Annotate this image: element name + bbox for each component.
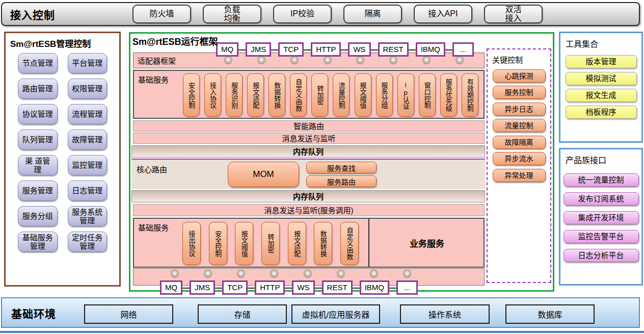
node-channel-mgmt: 渠 道管理 <box>18 155 58 175</box>
node-load-balance: 负载 均衡 <box>203 5 261 23</box>
access-control-bar: 接入控制 防火墙 负载 均衡 IP校验 隔离 接入API 双活 接入 <box>1 2 640 26</box>
node-flow-control: 流量控制 <box>333 73 350 117</box>
node-ip-check: IP校验 <box>273 5 332 23</box>
tools-panel-title: 工具集合 <box>560 33 641 52</box>
protocol-ibmq: IBMQ <box>416 42 445 57</box>
connector-dots-bottom: → → → → → → → <box>171 269 411 277</box>
base-environment-bar: 基础环境 网络 存储 虚拟机/应用服务器 操作系统 数据库 <box>1 297 640 328</box>
node-timer-task-mgmt: 定时任务管理 <box>68 232 108 252</box>
protocol-mq: MQ <box>160 280 182 295</box>
message-send-listen-bar: 消息发送与监听 <box>133 133 485 144</box>
node-queue-mgmt: 队列管理 <box>18 130 58 150</box>
core-routing-block: 核心路由 MOM 服务查找 服务路由 <box>131 159 485 189</box>
node-platform-mgmt: 平台管理 <box>68 53 108 73</box>
node-service-system-mgmt: 服务系统管理 <box>68 206 108 226</box>
node-message-adapt: 报文适配 <box>288 222 306 265</box>
node-network: 网络 <box>84 304 173 324</box>
node-custom-function: 自定义函数 <box>340 222 359 265</box>
protocol-http: HTTP <box>311 42 341 57</box>
node-service-control: 服务控制 <box>493 86 546 99</box>
connector-dot <box>237 269 245 277</box>
connector-dot <box>356 56 364 64</box>
key-controls-title: 关键控制 <box>488 49 550 66</box>
node-async-journal: 异步流水 <box>493 152 546 165</box>
flow-arrow-icon: → <box>407 56 414 63</box>
product-family-panel: 产品族接口 统一流量控制 发布订阅系统 集成开发环境 监控告警平台 日志分析平台 <box>559 148 643 286</box>
node-data-transform: 数据转换 <box>269 73 285 117</box>
node-window-control: 窗口控制 <box>419 73 436 117</box>
tools-panel: 工具集合 版本管理 模拟测试 报文生成 档板程序 <box>559 32 643 143</box>
protocol-rest: REST <box>378 42 409 57</box>
node-unified-flow-control: 统一流量控制 <box>564 173 639 187</box>
node-fault-isolation: 故障隔离 <box>493 136 546 149</box>
memory-queue-bar-2: 内存队列 <box>131 190 485 202</box>
node-permission-mgmt: 权限管理 <box>68 79 108 99</box>
node-mom: MOM <box>228 162 299 187</box>
management-panel-title: Sm@rtESB管理控制 <box>6 33 119 51</box>
connector-dot <box>370 269 378 277</box>
node-route-mgmt: 路由管理 <box>18 79 58 99</box>
node-service-lookup: 服务查找 <box>306 162 377 173</box>
access-control-items: 防火墙 负载 均衡 IP校验 隔离 接入API 双活 接入 <box>132 3 543 25</box>
core-routing-label: 核心路由 <box>137 164 167 174</box>
protocol-http: HTTP <box>255 280 285 295</box>
connector-dot <box>389 56 397 64</box>
node-validity-control: 有效期控制 <box>462 73 478 117</box>
product-family-title: 产品族接口 <box>560 149 641 168</box>
protocol-row-top: MQ JMS TCP HTTP WS REST IBMQ ... <box>216 42 474 57</box>
node-vm-app-server: 虚拟机/应用服务器 <box>291 304 380 324</box>
node-message-generate: 报文生成 <box>566 89 637 102</box>
flow-arrow-icon: → <box>307 56 314 63</box>
basic-services-label: 基础服务 <box>138 222 169 233</box>
connector-dots-top: → → → → → → → <box>224 56 464 64</box>
connector-dot <box>224 56 232 64</box>
connector-dot <box>171 269 179 277</box>
protocol-ibmq: IBMQ <box>360 280 389 295</box>
node-out-protocol: 接出协议 <box>182 222 201 265</box>
flow-arrow-icon: → <box>287 270 294 277</box>
node-operating-system: 操作系统 <box>400 304 490 324</box>
node-encrypt: 转加密 <box>311 73 328 117</box>
flow-arrow-icon: → <box>221 270 228 277</box>
management-items-grid: 节点管理 平台管理 路由管理 权限管理 协议管理 流程管理 队列管理 故障管理 … <box>6 51 119 252</box>
node-message-threshold: 报文阈值 <box>235 222 253 265</box>
node-mock-test: 模拟测试 <box>566 72 637 85</box>
connector-dot <box>290 56 299 64</box>
protocol-more: ... <box>452 42 474 57</box>
protocol-tcp: TCP <box>222 280 248 295</box>
node-database: 数据库 <box>505 304 595 324</box>
basic-services-outbound-items: 接出协议 安全控制 报文阈值 转加密 报文适配 数据转换 自定义函数 <box>182 222 359 265</box>
node-access-api: 接入API <box>414 5 472 23</box>
node-basic-service-mgmt: 基础服务管理 <box>18 232 58 252</box>
key-controls-panel: 关键控制 心跳探测 服务控制 异步日志 流量控制 故障隔离 异步流水 异常处理 <box>487 48 551 283</box>
node-process-mgmt: 流程管理 <box>68 104 108 124</box>
node-service-priority: 服务优先级 <box>440 73 457 117</box>
flow-arrow-icon: → <box>274 56 281 63</box>
basic-services-outbound-block: 基础服务 接出协议 安全控制 报文阈值 转加密 报文适配 数据转换 自定义函数 … <box>133 218 485 268</box>
connector-dot <box>257 56 265 64</box>
protocol-mq: MQ <box>216 42 238 57</box>
flow-arrow-icon: → <box>188 270 195 277</box>
connector-dot <box>422 56 431 64</box>
bottom-divider <box>0 331 644 333</box>
node-data-transform: 数据转换 <box>314 222 332 265</box>
runtime-framework-title: Sm@rtESB运行框架 <box>132 34 218 47</box>
node-ide-environment: 集成开发环境 <box>564 211 639 224</box>
node-exception-handling: 异常处理 <box>493 169 546 182</box>
flow-arrow-icon: → <box>241 56 248 63</box>
flow-arrow-icon: → <box>387 270 394 277</box>
protocol-tcp: TCP <box>278 42 304 57</box>
node-async-log: 异步日志 <box>493 102 546 116</box>
protocol-jms: JMS <box>246 42 271 57</box>
connector-dot <box>455 56 464 64</box>
node-node-mgmt: 节点管理 <box>18 53 58 73</box>
node-flow-control: 流量控制 <box>493 119 546 132</box>
node-protocol-mgmt: 协议管理 <box>18 104 58 124</box>
node-service-group: 服务分组 <box>376 73 393 117</box>
connector-dot <box>270 269 278 277</box>
connector-dot <box>324 56 332 64</box>
flow-arrow-icon: → <box>439 56 446 63</box>
node-business-service: 业务服务 <box>368 219 485 267</box>
node-version-mgmt: 版本管理 <box>566 55 637 68</box>
connector-dot <box>204 269 212 277</box>
